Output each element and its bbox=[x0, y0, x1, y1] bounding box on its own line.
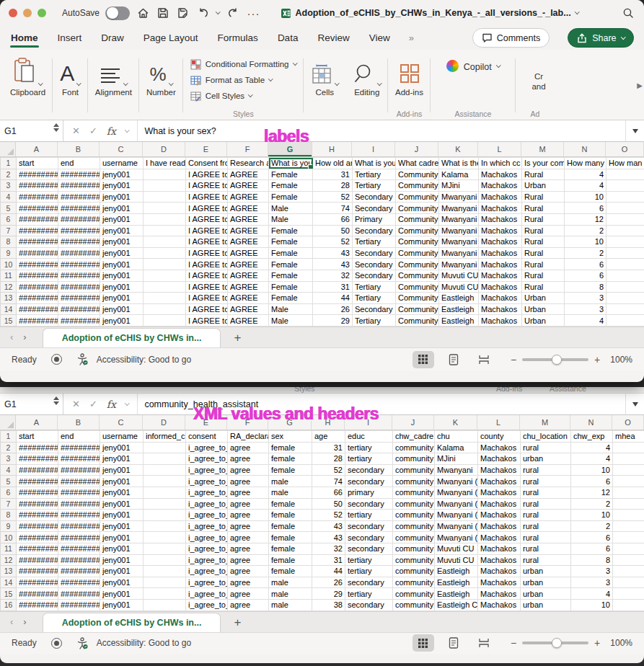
cell[interactable]: jeny001 bbox=[100, 532, 144, 543]
header-cell[interactable]: How many bbox=[565, 158, 606, 169]
cell[interactable]: rural bbox=[521, 520, 571, 532]
column-header-N[interactable]: N bbox=[570, 415, 612, 430]
cell[interactable]: i_agree_to_ bbox=[186, 510, 228, 521]
cell[interactable]: ########## bbox=[17, 510, 58, 521]
more-commands-icon[interactable]: ··· bbox=[247, 7, 260, 19]
column-header-H[interactable]: H bbox=[312, 142, 352, 156]
column-header-O[interactable]: O bbox=[612, 415, 644, 430]
group-create-pdf[interactable]: Cr and Ad bbox=[516, 53, 555, 120]
cell[interactable]: male bbox=[269, 577, 312, 588]
cell[interactable]: i_agree_to_ bbox=[186, 487, 228, 498]
cell[interactable]: community bbox=[393, 588, 435, 600]
cell[interactable]: Machakos bbox=[479, 281, 522, 293]
cell[interactable]: i_agree_to_ bbox=[186, 476, 228, 487]
column-header-B[interactable]: B bbox=[58, 415, 100, 430]
header-cell[interactable]: chw_cadre bbox=[393, 431, 435, 443]
cell[interactable]: i_agree_to_ bbox=[186, 453, 228, 465]
row-number[interactable]: 14 bbox=[1, 303, 17, 315]
insert-function-icon[interactable]: fx bbox=[107, 399, 116, 410]
cell[interactable]: AGREE bbox=[228, 213, 269, 225]
cell[interactable]: Machakos bbox=[478, 453, 521, 465]
cell[interactable]: Muvuti CU bbox=[435, 543, 478, 554]
header-cell[interactable]: Research as bbox=[228, 158, 269, 169]
cell[interactable]: Eastleigh bbox=[439, 293, 479, 304]
cell[interactable]: jeny001 bbox=[100, 203, 144, 214]
column-header-D[interactable]: D bbox=[143, 415, 185, 430]
cell[interactable]: i_agree_to_ bbox=[186, 442, 228, 453]
cell[interactable]: urban bbox=[521, 453, 571, 465]
cell[interactable]: Machakos bbox=[479, 213, 522, 225]
cell[interactable]: 10 bbox=[571, 510, 613, 521]
header-cell[interactable]: What is the bbox=[439, 158, 479, 169]
cell[interactable] bbox=[144, 303, 186, 315]
search-icon[interactable] bbox=[621, 6, 635, 20]
group-clipboard[interactable]: Clipboard bbox=[3, 53, 53, 120]
cell[interactable]: 12 bbox=[571, 487, 613, 498]
cell[interactable]: 6 bbox=[571, 543, 613, 554]
cell[interactable]: 10 bbox=[565, 191, 606, 203]
cell[interactable]: AGREE bbox=[228, 169, 269, 180]
cell[interactable]: Machakos bbox=[479, 203, 522, 214]
cell[interactable]: female bbox=[269, 442, 312, 453]
cell[interactable]: secondary bbox=[345, 532, 393, 543]
column-header-L[interactable]: L bbox=[478, 142, 521, 156]
cell[interactable]: female bbox=[269, 532, 312, 543]
cell[interactable]: 10 bbox=[565, 236, 606, 248]
cell[interactable]: ########## bbox=[58, 510, 100, 521]
cell[interactable] bbox=[144, 270, 186, 281]
cell[interactable]: Mwanyani ( bbox=[439, 213, 479, 225]
macro-record-icon[interactable] bbox=[51, 638, 62, 649]
save-as-icon[interactable] bbox=[176, 6, 190, 20]
save-icon[interactable] bbox=[156, 6, 170, 20]
cell[interactable]: i_agree_to_ bbox=[186, 554, 228, 566]
column-header-M[interactable]: M bbox=[520, 415, 570, 430]
cell[interactable]: Female bbox=[269, 270, 313, 281]
cell[interactable]: ########## bbox=[58, 498, 100, 510]
cell[interactable]: Machakos bbox=[478, 476, 521, 487]
header-cell[interactable]: What cadre bbox=[396, 158, 439, 169]
cell[interactable]: Male bbox=[269, 203, 313, 214]
cell[interactable]: 29 bbox=[313, 315, 353, 327]
cell[interactable]: 43 bbox=[313, 259, 353, 270]
row-number[interactable]: 6 bbox=[1, 487, 17, 498]
zoom-slider-knob[interactable] bbox=[552, 355, 562, 365]
cell[interactable]: community bbox=[393, 543, 435, 554]
cell[interactable]: Community bbox=[396, 225, 439, 236]
cell[interactable]: agree bbox=[228, 453, 269, 465]
cell[interactable] bbox=[613, 498, 644, 510]
cell[interactable]: female bbox=[269, 498, 312, 510]
cell[interactable]: community bbox=[393, 577, 435, 588]
cell[interactable]: ########## bbox=[17, 520, 58, 532]
column-header-J[interactable]: J bbox=[395, 142, 438, 156]
cell[interactable]: Muvuti CU bbox=[439, 270, 479, 281]
row-number[interactable]: 15 bbox=[1, 588, 17, 600]
cell[interactable] bbox=[606, 270, 644, 281]
header-cell[interactable]: consent bbox=[186, 431, 228, 443]
cell[interactable]: Machakos bbox=[478, 520, 521, 532]
cell[interactable] bbox=[606, 303, 644, 315]
cell[interactable] bbox=[144, 293, 186, 304]
header-cell[interactable]: mhea bbox=[613, 431, 644, 443]
cell[interactable]: Machakos bbox=[478, 566, 521, 577]
cell[interactable]: Mwanyani ( bbox=[435, 520, 478, 532]
cell[interactable]: 44 bbox=[312, 566, 345, 577]
cell[interactable]: Machakos bbox=[479, 303, 522, 315]
cell[interactable]: ########## bbox=[17, 303, 58, 315]
cell[interactable] bbox=[144, 247, 186, 259]
cell[interactable]: Tertiary bbox=[353, 169, 396, 180]
group-addins[interactable]: Add-ins Add-ins bbox=[388, 53, 431, 120]
zoom-in-button[interactable]: + bbox=[594, 354, 600, 365]
row-number[interactable]: 8 bbox=[1, 236, 17, 248]
cell[interactable]: ########## bbox=[58, 476, 100, 487]
page-layout-view-button[interactable] bbox=[443, 634, 464, 652]
cell[interactable]: female bbox=[269, 520, 312, 532]
comments-button[interactable]: Comments bbox=[472, 28, 550, 48]
cell[interactable]: tertiary bbox=[345, 554, 393, 566]
cell[interactable]: jeny001 bbox=[100, 213, 144, 225]
cell[interactable]: Mwanyani ( bbox=[439, 247, 479, 259]
cell[interactable]: jeny001 bbox=[100, 566, 144, 577]
cell[interactable]: tertiary bbox=[345, 510, 393, 521]
cell[interactable]: male bbox=[269, 487, 312, 498]
cell[interactable] bbox=[613, 599, 644, 610]
cell[interactable]: Machakos bbox=[479, 169, 522, 180]
